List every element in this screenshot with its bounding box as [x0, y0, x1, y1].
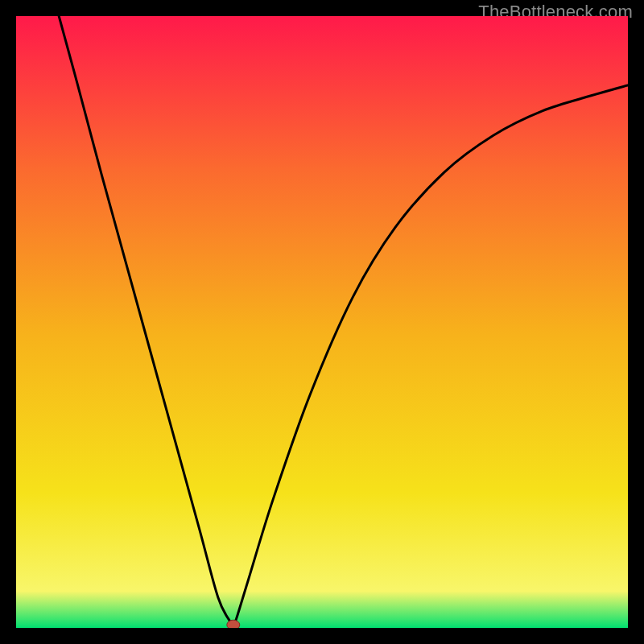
- chart-root: { "watermark": "TheBottleneck.com", "col…: [0, 0, 644, 644]
- min-dot: [227, 620, 240, 628]
- plot-svg: [16, 16, 628, 628]
- plot-area: [16, 16, 628, 628]
- dot-group: [227, 620, 240, 628]
- gradient-bg: [16, 16, 628, 628]
